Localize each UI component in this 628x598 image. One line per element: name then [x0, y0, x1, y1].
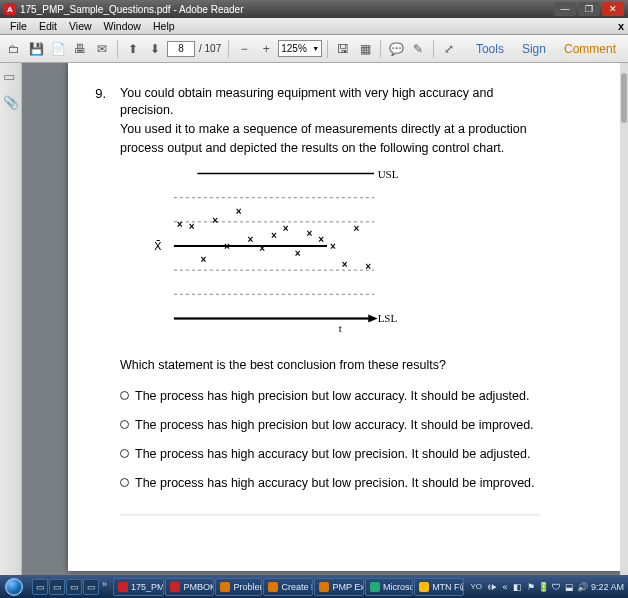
separator: [228, 40, 229, 58]
option-a[interactable]: The process has high precision but low a…: [120, 388, 540, 405]
start-button[interactable]: [0, 575, 28, 598]
svg-text:×: ×: [342, 258, 348, 269]
comment-bubble-icon[interactable]: 💬: [386, 39, 406, 59]
svg-marker-11: [368, 314, 377, 322]
taskbar-item-icon: [370, 582, 380, 592]
taskbar-item[interactable]: Create Foru...: [263, 578, 313, 596]
chevron-down-icon: ▼: [312, 45, 321, 52]
option-d[interactable]: The process has high accuracy but low pr…: [120, 475, 540, 492]
svg-text:×: ×: [306, 227, 312, 238]
svg-text:×: ×: [283, 223, 289, 234]
svg-text:×: ×: [177, 219, 183, 230]
window-close-button[interactable]: ✕: [602, 2, 624, 16]
page-down-button[interactable]: ⬇: [145, 39, 165, 59]
zoom-value: 125%: [281, 43, 307, 54]
svg-text:×: ×: [200, 254, 206, 265]
doc-close-button[interactable]: x: [618, 20, 624, 32]
svg-text:×: ×: [330, 241, 336, 252]
attachments-icon[interactable]: 📎: [3, 95, 19, 111]
menu-file[interactable]: File: [4, 19, 33, 33]
navigation-pane: ▭ 📎: [0, 63, 22, 575]
taskbar-item[interactable]: Microsoft E...: [365, 578, 413, 596]
system-tray: YO 🕪 « ◧ ⚑ 🔋 🛡 ⬓ 🔊 9:22 AM: [464, 582, 628, 592]
page-up-button[interactable]: ⬆: [123, 39, 143, 59]
taskbar-item[interactable]: PMBOKGui...: [165, 578, 214, 596]
svg-text:×: ×: [354, 223, 360, 234]
tray-icon[interactable]: ⬓: [565, 582, 575, 592]
svg-text:×: ×: [259, 243, 265, 254]
view-tool-icon[interactable]: ▦: [355, 39, 375, 59]
radio-icon: [120, 420, 129, 429]
separator: [117, 40, 118, 58]
open-icon[interactable]: 🗀: [4, 39, 24, 59]
taskbar-item[interactable]: MTN F@stL...: [414, 578, 464, 596]
zoom-in-button[interactable]: +: [256, 39, 276, 59]
svg-text:×: ×: [236, 205, 242, 216]
radio-icon: [120, 391, 129, 400]
taskbar-item-icon: [170, 582, 180, 592]
pdf-page: 9. You could obtain measuring equipment …: [68, 63, 620, 571]
export-pdf-icon[interactable]: 📄: [48, 39, 68, 59]
email-icon[interactable]: ✉: [92, 39, 112, 59]
tray-icon[interactable]: 🔊: [578, 582, 588, 592]
option-a-label: The process has high precision but low a…: [135, 388, 529, 405]
zoom-select[interactable]: 125%▼: [278, 40, 322, 57]
taskbar-item[interactable]: Problem lo...: [215, 578, 262, 596]
menu-window[interactable]: Window: [98, 19, 147, 33]
tray-icon[interactable]: 🛡: [552, 582, 562, 592]
ql-item[interactable]: ▭: [49, 579, 65, 595]
tray-expand-icon[interactable]: «: [500, 582, 510, 592]
ql-item[interactable]: ▭: [32, 579, 48, 595]
option-c-label: The process has high accuracy but low pr…: [135, 446, 530, 463]
separator: [433, 40, 434, 58]
svg-text:×: ×: [224, 241, 230, 252]
tools-panel-button[interactable]: Tools: [468, 40, 512, 58]
highlight-icon[interactable]: ✎: [408, 39, 428, 59]
svg-text:×: ×: [212, 214, 218, 225]
taskbar-item-label: Problem lo...: [233, 582, 262, 592]
radio-icon: [120, 478, 129, 487]
option-b[interactable]: The process has high precision but low a…: [120, 417, 540, 434]
window-minimize-button[interactable]: —: [554, 2, 576, 16]
menu-help[interactable]: Help: [147, 19, 181, 33]
tray-icon[interactable]: 🔋: [539, 582, 549, 592]
quick-launch: ▭ ▭ ▭ ▭ »: [28, 579, 113, 595]
option-b-label: The process has high precision but low a…: [135, 417, 534, 434]
sign-panel-button[interactable]: Sign: [514, 40, 554, 58]
ql-item[interactable]: ▭: [83, 579, 99, 595]
svg-text:×: ×: [295, 247, 301, 258]
window-titlebar: A 175_PMP_Sample_Questions.pdf - Adobe R…: [0, 0, 628, 18]
svg-text:USL: USL: [378, 167, 399, 179]
tray-icon[interactable]: ⚑: [526, 582, 536, 592]
save-icon[interactable]: 💾: [26, 39, 46, 59]
comment-panel-button[interactable]: Comment: [556, 40, 624, 58]
language-indicator[interactable]: YO: [468, 582, 484, 591]
zoom-out-button[interactable]: −: [234, 39, 254, 59]
thumbnails-icon[interactable]: ▭: [3, 69, 19, 85]
save-tool-icon[interactable]: 🖫: [333, 39, 353, 59]
taskbar-item-icon: [118, 582, 128, 592]
tray-icon[interactable]: ◧: [513, 582, 523, 592]
taskbar-item[interactable]: 175_PMP_S...: [113, 578, 164, 596]
separator: [380, 40, 381, 58]
menu-edit[interactable]: Edit: [33, 19, 63, 33]
option-c[interactable]: The process has high accuracy but low pr…: [120, 446, 540, 463]
tray-icon[interactable]: 🕪: [487, 582, 497, 592]
taskbar-item-icon: [268, 582, 278, 592]
option-d-label: The process has high accuracy but low pr…: [135, 475, 535, 492]
read-mode-icon[interactable]: ⤢: [439, 39, 459, 59]
clock[interactable]: 9:22 AM: [591, 582, 624, 592]
ql-item[interactable]: ▭: [66, 579, 82, 595]
taskbar-item-label: Create Foru...: [281, 582, 313, 592]
vertical-scrollbar[interactable]: [620, 63, 628, 575]
ql-expand[interactable]: »: [100, 579, 109, 595]
taskbar-item[interactable]: PMP Exam ...: [314, 578, 364, 596]
page-number-input[interactable]: [167, 41, 195, 57]
print-icon[interactable]: 🖶: [70, 39, 90, 59]
menu-view[interactable]: View: [63, 19, 98, 33]
taskbar-item-label: PMBOKGui...: [183, 582, 214, 592]
scrollbar-thumb[interactable]: [621, 73, 627, 123]
taskbar-item-icon: [220, 582, 230, 592]
page-total-label: / 107: [197, 43, 223, 54]
window-maximize-button[interactable]: ❐: [578, 2, 600, 16]
